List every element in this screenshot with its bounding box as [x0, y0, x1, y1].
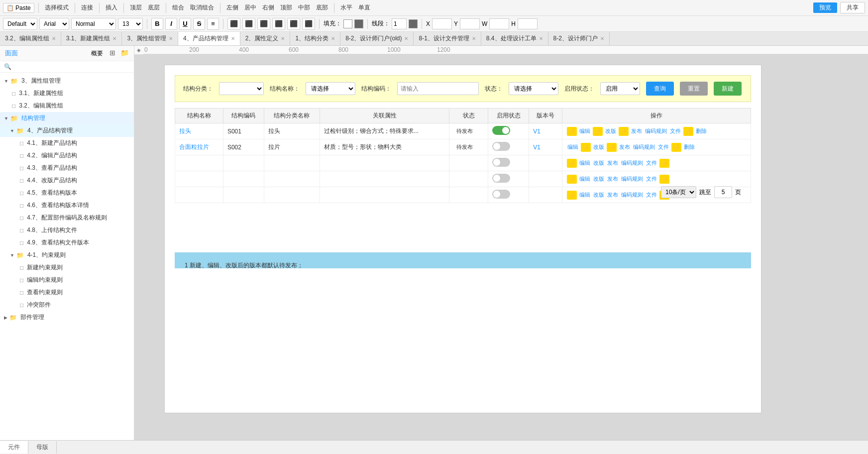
tab-item[interactable]: 3.1、新建属性组✕	[61, 32, 122, 45]
sidebar-right-tab[interactable]: 概要	[91, 49, 103, 58]
bottom-tab-template[interactable]: 母版	[28, 441, 57, 454]
enable-toggle[interactable]	[492, 190, 510, 199]
enable-toggle[interactable]	[492, 174, 510, 183]
bottom-tab-elements[interactable]: 元件	[0, 441, 28, 454]
edit-action[interactable]: 编辑	[579, 191, 590, 199]
tree-item[interactable]: □4.9、查看结构文件版本	[0, 236, 134, 249]
tree-item[interactable]: □3.2、编辑属性组	[0, 100, 134, 112]
publish-action[interactable]: 发布	[619, 143, 630, 151]
tab-item[interactable]: 3.2、编辑属性组✕	[0, 32, 61, 45]
tree-item[interactable]: ▼ 📁4-1、约束规则	[0, 249, 134, 261]
font-select[interactable]: Arial	[39, 18, 69, 30]
spacing2-button[interactable]: ⬛	[302, 18, 315, 30]
tree-item[interactable]: ▼ 📁结构管理	[0, 112, 134, 124]
line-width-input[interactable]	[392, 18, 407, 29]
tree-item[interactable]: □4.1、新建产品结构	[0, 137, 134, 149]
lightning-btn[interactable]: ⚡	[567, 127, 577, 136]
delete-lightning-btn[interactable]: ⚡	[659, 175, 669, 184]
tab-item[interactable]: 8-2、设计师门户(old)✕	[340, 32, 414, 45]
tree-item[interactable]: □3.1、新建属性组	[0, 87, 134, 100]
tree-item[interactable]: □4.8、上传结构文件	[0, 224, 134, 236]
tree-item[interactable]: ▶ 📁部件管理	[0, 311, 134, 324]
tab-item[interactable]: 2、属性定义✕	[240, 32, 291, 45]
revise-lightning[interactable]: ⚡	[581, 143, 591, 152]
revise-action[interactable]: 改版	[593, 191, 604, 199]
revise-lightning[interactable]: ⚡	[593, 127, 603, 136]
name-link[interactable]: 拉头	[179, 127, 191, 134]
revise-action[interactable]: 改版	[605, 127, 616, 135]
delete-action[interactable]: 删除	[684, 143, 695, 151]
delete-action[interactable]: 删除	[696, 127, 707, 135]
enable-select[interactable]: 启用	[600, 82, 640, 95]
strikethrough-button[interactable]: S	[193, 18, 205, 30]
tab-close-icon[interactable]: ✕	[331, 36, 335, 41]
version-link[interactable]: V1	[533, 144, 541, 151]
file-action[interactable]: 文件	[646, 159, 657, 167]
revise-action[interactable]: 改版	[593, 143, 604, 151]
share-button[interactable]: 共享	[840, 2, 865, 13]
lightning-btn[interactable]: ⚡	[567, 175, 577, 184]
version-link[interactable]: V1	[533, 128, 541, 135]
tab-close-icon[interactable]: ✕	[231, 36, 235, 41]
grid-icon[interactable]: ⊞	[108, 49, 117, 58]
underline-button[interactable]: U	[179, 18, 191, 30]
tree-item[interactable]: ▼ 📁3、属性组管理	[0, 75, 134, 87]
coding-rule-action[interactable]: 编码规则	[633, 143, 655, 151]
align-justify-button[interactable]: ⬛	[272, 18, 285, 30]
edit-action[interactable]: 编辑	[579, 127, 590, 135]
w-input[interactable]	[489, 18, 509, 29]
search-input[interactable]	[13, 63, 130, 70]
align-center-button[interactable]: ⬛	[242, 18, 255, 30]
paste-button[interactable]: 📋 Paste	[3, 3, 34, 13]
tree-item[interactable]: □查看约束规则	[0, 286, 134, 299]
struct-name-select[interactable]: 请选择	[306, 82, 355, 95]
spacing-button[interactable]: ⬛	[287, 18, 300, 30]
fill-color-dark[interactable]	[354, 19, 363, 28]
new-button[interactable]: 新建	[714, 82, 742, 96]
publish-action[interactable]: 发布	[631, 127, 642, 135]
lightning-btn[interactable]: ⚡	[567, 191, 577, 200]
tab-close-icon[interactable]: ✕	[539, 36, 543, 41]
file-action[interactable]: 文件	[670, 127, 681, 135]
tab-item[interactable]: 8-1、设计文件管理✕	[414, 32, 481, 45]
tree-item[interactable]: □编辑约束规则	[0, 274, 134, 286]
struct-class-select[interactable]	[219, 82, 264, 95]
align-right-button[interactable]: ⬛	[257, 18, 270, 30]
preview-button[interactable]: 预览	[813, 2, 837, 13]
x-input[interactable]	[432, 18, 452, 29]
tab-close-icon[interactable]: ✕	[281, 36, 285, 41]
bold-button[interactable]: B	[151, 18, 163, 30]
page-input[interactable]	[714, 186, 732, 198]
add-folder-icon[interactable]: 📁	[120, 49, 129, 58]
tab-item[interactable]: 4、产品结构管理✕	[178, 32, 240, 45]
y-input[interactable]	[460, 18, 480, 29]
italic-button[interactable]: I	[165, 18, 177, 30]
publish-action[interactable]: 发布	[607, 191, 618, 199]
file-action[interactable]: 文件	[646, 191, 657, 199]
name-link[interactable]: 合面粒拉片	[179, 143, 209, 150]
tree-item[interactable]: □4.2、编辑产品结构	[0, 149, 134, 162]
coding-rule-action[interactable]: 编码规则	[621, 175, 643, 183]
enable-toggle[interactable]	[492, 142, 510, 151]
file-action[interactable]: 文件	[658, 143, 669, 151]
size-select[interactable]: 13	[118, 18, 143, 30]
revise-action[interactable]: 改版	[593, 159, 604, 167]
h-input[interactable]	[518, 18, 538, 29]
delete-lightning[interactable]: ⚡	[671, 143, 681, 152]
enable-toggle[interactable]	[492, 158, 510, 167]
enable-toggle[interactable]	[492, 126, 510, 135]
publish-action[interactable]: 发布	[607, 159, 618, 167]
tab-close-icon[interactable]: ✕	[169, 36, 173, 41]
coding-rule-action[interactable]: 编码规则	[645, 127, 667, 135]
coding-rule-action[interactable]: 编码规则	[621, 159, 643, 167]
tab-close-icon[interactable]: ✕	[112, 36, 116, 41]
tree-item[interactable]: □4.6、查看结构版本详情	[0, 199, 134, 212]
sidebar-left-tab[interactable]: 面面	[5, 49, 18, 58]
align-left-button[interactable]: ⬛	[227, 18, 240, 30]
canvas-area[interactable]: 结构分类： 结构名称： 请选择 结构编码： 状态： 请选择	[134, 55, 868, 440]
per-page-select[interactable]: 10条/页	[661, 186, 696, 198]
tab-close-icon[interactable]: ✕	[600, 36, 604, 41]
publish-action[interactable]: 发布	[607, 175, 618, 183]
tab-item[interactable]: 8-2、设计师门户✕	[548, 32, 610, 45]
file-action[interactable]: 文件	[646, 175, 657, 183]
